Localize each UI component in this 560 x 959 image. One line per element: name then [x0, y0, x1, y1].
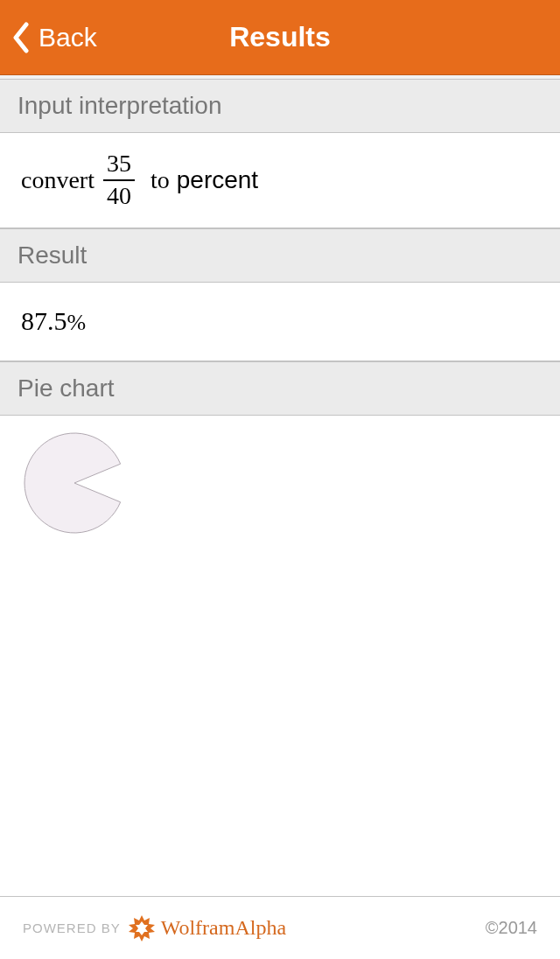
- footer: POWERED BY WolframAlpha ©2014: [0, 896, 560, 959]
- result-value: 87.5%: [21, 306, 86, 336]
- powered-by-label: POWERED BY: [23, 920, 121, 935]
- copyright-text: ©2014: [486, 918, 537, 938]
- fraction: 35 40: [103, 150, 135, 210]
- fraction-denominator: 40: [107, 183, 131, 210]
- percent-text: percent: [177, 166, 258, 194]
- to-text: to: [150, 166, 170, 194]
- fraction-numerator: 35: [107, 150, 131, 178]
- pie-chart-icon: [23, 431, 126, 535]
- section-content-input-interpretation: convert 35 40 to percent: [0, 133, 560, 228]
- section-content-pie-chart: [0, 416, 560, 550]
- chevron-left-icon: [12, 22, 30, 53]
- convert-text: convert: [21, 166, 94, 194]
- wolfram-logo-icon: [128, 914, 156, 942]
- back-label: Back: [38, 23, 97, 52]
- result-unit: %: [67, 310, 87, 335]
- header-bar: Back Results: [0, 0, 560, 75]
- wolfram-text: Wolfram: [161, 916, 235, 939]
- footer-branding: POWERED BY WolframAlpha: [23, 914, 286, 942]
- back-button[interactable]: Back: [0, 22, 97, 53]
- alpha-text: Alpha: [234, 916, 286, 939]
- section-content-result: 87.5%: [0, 283, 560, 361]
- section-header-pie-chart: Pie chart: [0, 361, 560, 416]
- wolfram-alpha-text: WolframAlpha: [161, 916, 286, 940]
- result-number: 87.5: [21, 306, 67, 335]
- fraction-line: [103, 179, 135, 181]
- math-expression: convert 35 40 to percent: [21, 150, 258, 210]
- page-title: Results: [229, 21, 331, 53]
- section-header-input-interpretation: Input interpretation: [0, 79, 560, 133]
- section-header-result: Result: [0, 228, 560, 283]
